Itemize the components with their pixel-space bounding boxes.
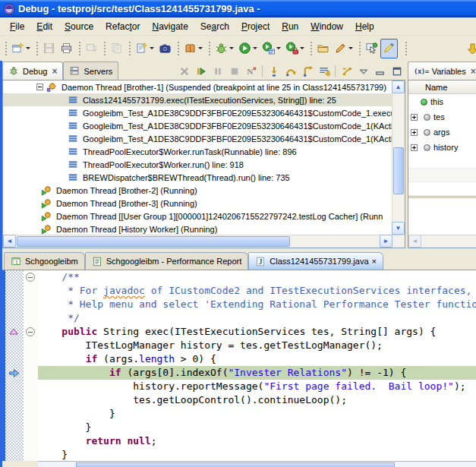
close-icon[interactable]: × (372, 257, 377, 266)
dropdown-arrow-icon[interactable] (348, 47, 353, 49)
code-line[interactable]: * Help menu and select 'Extending Ration… (38, 298, 476, 311)
stack-frame-row[interactable]: Class1241455731799.exec(ITestExecutionSe… (3, 93, 392, 106)
maximize-button[interactable] (389, 64, 404, 78)
editor-tab-schgoogleibm[interactable]: Schgoogleibm (4, 252, 85, 270)
remove-terminated-button[interactable] (177, 64, 191, 78)
java-editor[interactable]: /** * For javadoc of ICustomCode2 and IT… (2, 270, 476, 467)
menu-project[interactable]: Project (235, 18, 276, 35)
debug-button[interactable] (213, 39, 236, 58)
vscroll-thumb[interactable] (393, 147, 404, 194)
menu-edit[interactable]: Edit (30, 18, 58, 35)
hscroll-thumb[interactable] (17, 236, 290, 247)
code-line[interactable]: if (args.length > 0) { (38, 352, 476, 366)
tab-debug[interactable]: Debug× (2, 62, 63, 80)
expand-toggle[interactable] (411, 144, 418, 151)
code-line[interactable]: } (38, 407, 476, 421)
current-debug-line[interactable]: if (args[0].indexOf("Invester Relations"… (38, 366, 476, 380)
sync-test-button[interactable] (83, 39, 100, 58)
suspend-button[interactable] (210, 64, 225, 78)
new-wizard-button[interactable] (9, 39, 33, 58)
menu-file[interactable]: File (4, 18, 30, 35)
annotation-ruler[interactable] (5, 270, 24, 461)
stack-frame-row[interactable]: BREWDispatcher$BREWThread(Thread).run() … (3, 171, 392, 184)
clipped-edge-button[interactable] (464, 39, 476, 58)
toolbar-gripper[interactable] (4, 40, 7, 57)
menu-window[interactable]: Window (304, 18, 349, 35)
run-schedule-button[interactable] (260, 39, 283, 58)
code-line[interactable]: * For javadoc of ICustomCode2 and ITestE… (38, 284, 476, 298)
minimize-button[interactable] (373, 64, 387, 78)
code-line[interactable]: } (38, 448, 476, 461)
toolbar-gripper[interactable] (404, 40, 407, 57)
step-filters-button[interactable] (339, 64, 354, 78)
thread-row[interactable]: Daemon Thread [Brother-3] (Running) (3, 197, 392, 210)
debug-tree-hscrollbar[interactable]: ◄ ► (3, 235, 405, 248)
code-line[interactable]: /** (38, 270, 476, 284)
thread-row[interactable]: Daemon Thread [Brother-1] (Suspended (br… (3, 80, 392, 93)
variables-hscrollbar[interactable]: ◄ (408, 235, 476, 248)
dropdown-arrow-icon[interactable] (300, 47, 304, 49)
dropdown-arrow-icon[interactable] (253, 47, 257, 49)
save-button[interactable] (40, 39, 58, 58)
show-execution-button[interactable] (317, 64, 331, 78)
variable-row-tes[interactable]: tes (408, 109, 476, 125)
terminate-button[interactable] (227, 64, 241, 78)
run-secure-button[interactable] (283, 39, 307, 58)
scroll-right-arrow[interactable]: ► (380, 235, 392, 248)
step-into-button[interactable] (266, 64, 281, 78)
screen-capture-button[interactable] (156, 39, 174, 58)
toolbar-gripper[interactable] (309, 40, 312, 57)
folding-ruler[interactable] (24, 270, 38, 461)
fold-collapse-icon[interactable] (26, 273, 35, 282)
toolbar-gripper[interactable] (207, 40, 210, 57)
tab-servers[interactable]: Servers (63, 62, 118, 80)
stack-frame-row[interactable]: ThreadPoolExecutor$Worker.runTask(Runnab… (3, 145, 392, 158)
code-line[interactable]: tes.getLoopControl().continueLoop(); (38, 393, 476, 407)
variable-row-args[interactable]: args (408, 125, 476, 140)
dropdown-arrow-icon[interactable] (150, 47, 154, 49)
hscroll-thumb[interactable] (76, 462, 395, 467)
dropdown-arrow-icon[interactable] (26, 47, 30, 49)
step-pattern-button[interactable]: N (244, 64, 258, 78)
scroll-up-arrow[interactable]: ▲ (392, 80, 405, 93)
stack-frame-row[interactable]: Googleibm_Test_A1DE38C9DDF3FBF0E209E5323… (3, 132, 392, 145)
resume-button[interactable] (194, 64, 208, 78)
scroll-left-arrow[interactable]: ◄ (408, 235, 421, 248)
fold-collapse-icon[interactable] (26, 327, 35, 336)
debug-thread-tree[interactable]: Daemon Thread [Brother-1] (Suspended (br… (3, 80, 392, 235)
thread-row[interactable]: Daemon Thread [Brother-2] (Running) (3, 184, 392, 197)
dropdown-arrow-icon[interactable] (198, 47, 203, 49)
menu-navigate[interactable]: Navigate (146, 18, 194, 35)
code-line[interactable]: return null; (38, 434, 476, 448)
toolbar-gripper[interactable] (35, 40, 38, 57)
report-book-button[interactable] (181, 39, 205, 58)
code-line[interactable]: public String exec(ITestExecutionService… (38, 325, 476, 339)
print-button[interactable] (58, 39, 75, 58)
debug-tree-vscrollbar[interactable]: ▲ ▼ (392, 80, 405, 235)
menu-search[interactable]: Search (194, 18, 235, 35)
variable-row-this[interactable]: this (408, 94, 476, 109)
step-return-button[interactable] (300, 64, 314, 78)
copy-result-button[interactable] (108, 39, 125, 58)
toolbar-gripper[interactable] (102, 40, 106, 57)
menu-source[interactable]: Source (58, 18, 99, 35)
variable-row-history[interactable]: history (408, 140, 476, 155)
new-report-button[interactable] (133, 39, 156, 58)
code-line[interactable]: ITestLogManager history = tes.getTestLog… (38, 339, 476, 352)
step-over-button[interactable] (283, 64, 298, 78)
marker-pen-button[interactable] (332, 39, 355, 58)
close-icon[interactable]: × (471, 68, 476, 75)
scroll-down-arrow[interactable]: ▼ (392, 222, 405, 235)
stack-frame-row[interactable]: Googleibm_Test_A1DE38C9DDF3FBF0E209E5323… (3, 119, 392, 132)
dropdown-arrow-icon[interactable] (229, 47, 234, 49)
highlighter-button[interactable] (380, 39, 398, 58)
toolbar-gripper[interactable] (128, 40, 131, 57)
toolbar-gripper[interactable] (176, 40, 179, 57)
menu-refactor[interactable]: Refactor (99, 18, 146, 35)
code-area[interactable]: /** * For javadoc of ICustomCode2 and IT… (38, 270, 476, 461)
thread-row[interactable]: Daemon Thread [[User Group 1][000001]124… (3, 210, 392, 222)
expand-toggle[interactable] (411, 129, 418, 136)
view-menu-button[interactable] (356, 64, 370, 78)
toolbar-gripper[interactable] (358, 40, 361, 57)
editor-hscrollbar[interactable] (38, 461, 476, 467)
